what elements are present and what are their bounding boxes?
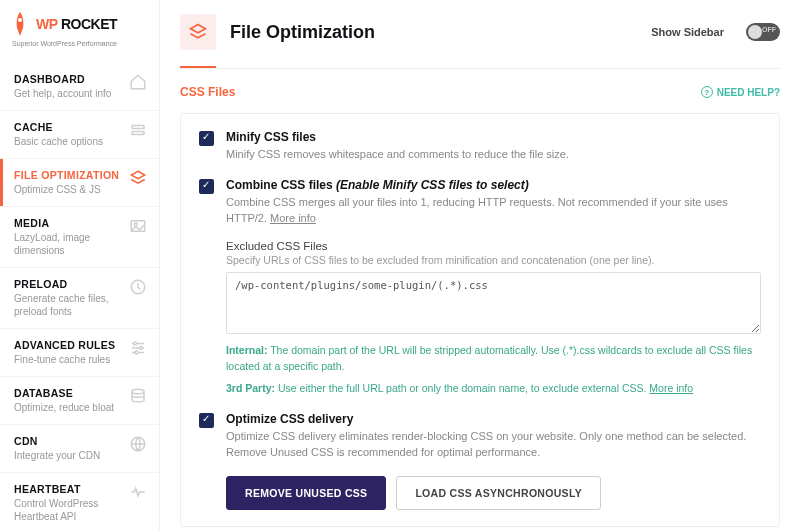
optimize-css-desc: Optimize CSS delivery eliminates render-…	[226, 429, 761, 460]
nav-sub: Fine-tune cache rules	[14, 353, 123, 366]
note-3rd-party: 3rd Party: Use either the full URL path …	[226, 381, 761, 397]
combine-css-checkbox[interactable]	[199, 179, 214, 194]
3rd-party-more-info-link[interactable]: More info	[649, 382, 693, 394]
load-css-async-button[interactable]: LOAD CSS ASYNCHRONOUSLY	[396, 476, 601, 510]
nav-sub: Get help, account info	[14, 87, 123, 100]
nav-title: CDN	[14, 435, 123, 447]
sidebar-item-advanced-rules[interactable]: ADVANCED RULESFine-tune cache rules	[0, 329, 159, 377]
sidebar: WP ROCKET Superior WordPress Performance…	[0, 0, 160, 530]
combine-css-desc: Combine CSS merges all your files into 1…	[226, 195, 761, 226]
tab-bar	[180, 60, 780, 69]
show-sidebar-toggle[interactable]: OFF	[746, 23, 780, 41]
nav-title: HEARTBEAT	[14, 483, 123, 495]
section-title: CSS Files	[180, 85, 235, 99]
nav-title: DASHBOARD	[14, 73, 123, 85]
sidebar-item-media[interactable]: MEDIALazyLoad, image dimensions	[0, 207, 159, 268]
home-icon	[129, 73, 147, 91]
note-internal: Internal: The domain part of the URL wil…	[226, 343, 761, 375]
minify-css-desc: Minify CSS removes whitespace and commen…	[226, 147, 761, 162]
nav-sub: Optimize CSS & JS	[14, 183, 123, 196]
main: File Optimization Show Sidebar OFF CSS F…	[160, 0, 800, 530]
header-icon	[180, 14, 216, 50]
combine-css-title: Combine CSS files (Enable Minify CSS fil…	[226, 178, 761, 192]
logo-tagline: Superior WordPress Performance	[12, 40, 147, 47]
help-icon: ?	[701, 86, 713, 98]
minify-css-title: Minify CSS files	[226, 130, 761, 144]
globe-icon	[129, 435, 147, 453]
layers-icon	[188, 22, 208, 42]
clock-icon	[129, 278, 147, 296]
sidebar-item-cdn[interactable]: CDNIntegrate your CDN	[0, 425, 159, 473]
svg-point-8	[135, 351, 138, 354]
excluded-css-desc: Specify URLs of CSS files to be excluded…	[226, 254, 761, 266]
optimize-css-title: Optimize CSS delivery	[226, 412, 761, 426]
nav-title: FILE OPTIMIZATION	[14, 169, 123, 181]
sliders-icon	[129, 339, 147, 357]
remove-unused-css-button[interactable]: REMOVE UNUSED CSS	[226, 476, 386, 510]
nav-title: CACHE	[14, 121, 123, 133]
sidebar-item-dashboard[interactable]: DASHBOARDGet help, account info	[0, 63, 159, 111]
show-sidebar-label: Show Sidebar	[651, 26, 724, 38]
sidebar-item-database[interactable]: DATABASEOptimize, reduce bloat	[0, 377, 159, 425]
logo-wp: WP	[36, 16, 58, 32]
svg-point-9	[132, 389, 144, 394]
logo-rocket: ROCKET	[61, 16, 117, 32]
heartbeat-icon	[129, 483, 147, 501]
nav-sub: LazyLoad, image dimensions	[14, 231, 123, 257]
layers-icon	[129, 169, 147, 187]
nav-title: PRELOAD	[14, 278, 123, 290]
logo: WP ROCKET Superior WordPress Performance	[0, 0, 159, 63]
page-title: File Optimization	[230, 22, 637, 43]
nav-sub: Generate cache files, preload fonts	[14, 292, 123, 318]
cache-icon	[129, 121, 147, 139]
sidebar-item-preload[interactable]: PRELOADGenerate cache files, preload fon…	[0, 268, 159, 329]
nav-sub: Integrate your CDN	[14, 449, 123, 462]
nav: DASHBOARDGet help, account info CACHEBas…	[0, 63, 159, 530]
svg-point-4	[134, 223, 137, 226]
content: CSS Files ?NEED HELP? Minify CSS files M…	[160, 69, 800, 530]
toggle-state: OFF	[762, 26, 776, 33]
page-header: File Optimization Show Sidebar OFF	[160, 0, 800, 50]
need-help-label: NEED HELP?	[717, 87, 780, 98]
sidebar-item-file-optimization[interactable]: FILE OPTIMIZATIONOptimize CSS & JS	[0, 159, 159, 207]
sidebar-item-heartbeat[interactable]: HEARTBEATControl WordPress Heartbeat API	[0, 473, 159, 530]
nav-title: MEDIA	[14, 217, 123, 229]
excluded-css-label: Excluded CSS Files	[226, 240, 761, 252]
tab-indicator	[180, 66, 216, 68]
sidebar-item-cache[interactable]: CACHEBasic cache options	[0, 111, 159, 159]
minify-css-checkbox[interactable]	[199, 131, 214, 146]
combine-more-info-link[interactable]: More info	[270, 212, 316, 224]
nav-title: DATABASE	[14, 387, 123, 399]
svg-point-6	[134, 342, 137, 345]
svg-point-7	[140, 347, 143, 350]
optimize-css-checkbox[interactable]	[199, 413, 214, 428]
svg-rect-1	[132, 126, 144, 129]
nav-sub: Optimize, reduce bloat	[14, 401, 123, 414]
image-icon	[129, 217, 147, 235]
css-panel: Minify CSS files Minify CSS removes whit…	[180, 113, 780, 527]
database-icon	[129, 387, 147, 405]
nav-sub: Basic cache options	[14, 135, 123, 148]
svg-rect-2	[132, 132, 144, 135]
svg-point-0	[18, 18, 22, 22]
rocket-icon	[12, 10, 28, 38]
excluded-css-textarea[interactable]: /wp-content/plugins/some-plugin/(.*).css	[226, 272, 761, 334]
nav-title: ADVANCED RULES	[14, 339, 123, 351]
nav-sub: Control WordPress Heartbeat API	[14, 497, 123, 523]
need-help-link[interactable]: ?NEED HELP?	[701, 86, 780, 98]
